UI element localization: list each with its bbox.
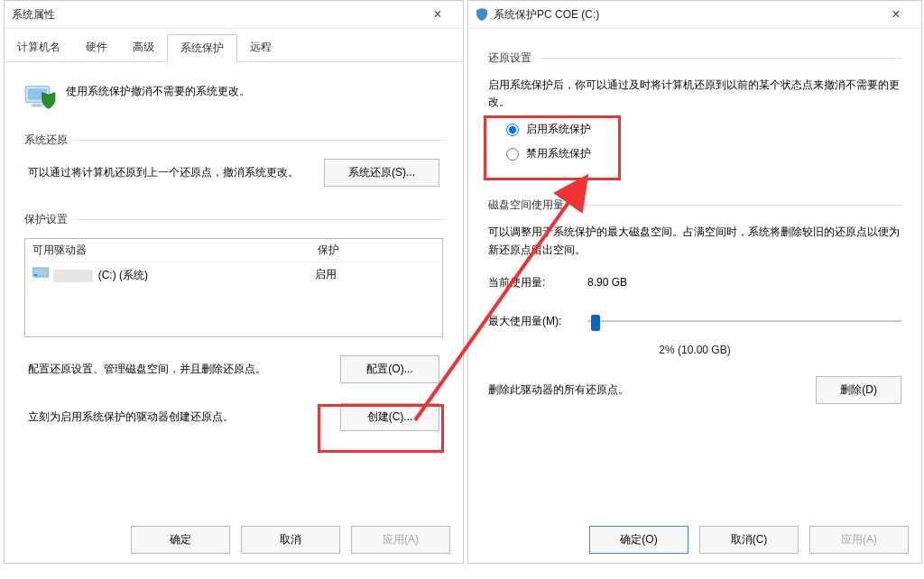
disk-desc: 可以调整用于系统保护的最大磁盘空间。占满空间时，系统将删除较旧的还原点以便为新还… <box>488 224 901 258</box>
radio-disable-input[interactable] <box>506 148 519 161</box>
titlebar: 系统保护PC COE (C:) × <box>468 1 921 29</box>
tab-remote[interactable]: 远程 <box>237 34 284 61</box>
protection-status: 启用 <box>315 267 435 282</box>
ok-button[interactable]: 确定 <box>131 526 230 554</box>
close-icon[interactable]: × <box>420 6 456 23</box>
tab-computer-name[interactable]: 计算机名 <box>5 34 73 61</box>
apply-button: 应用(A) <box>809 526 909 554</box>
col-drive-header: 可用驱动器 <box>25 239 310 262</box>
tabs: 计算机名 硬件 高级 系统保护 远程 <box>5 29 463 62</box>
max-usage-label: 最大使用量(M): <box>488 314 587 329</box>
restore-text: 可以通过将计算机还原到上一个还原点，撤消系统更改。 <box>28 164 306 181</box>
cancel-button[interactable]: 取消 <box>241 526 340 554</box>
usage-percent-text: 2% (10.00 GB) <box>488 344 901 356</box>
radio-enable-input[interactable] <box>506 124 519 136</box>
radio-enable-protection[interactable]: 启用系统保护 <box>506 122 901 137</box>
restore-desc: 启用系统保护后，你可以通过及时将计算机还原到以前的某个状态点来撤消不需要的更改。 <box>488 77 901 111</box>
drive-name-redacted <box>53 270 93 282</box>
drive-table[interactable]: 可用驱动器 保护 (C:) (系统) 启用 <box>24 238 443 337</box>
max-usage-slider[interactable] <box>587 314 901 328</box>
current-usage-value: 8.90 GB <box>587 276 901 289</box>
intro-text: 使用系统保护撤消不需要的系统更改。 <box>66 84 250 99</box>
table-row[interactable]: (C:) (系统) 启用 <box>25 262 442 287</box>
pc-shield-icon <box>24 84 57 111</box>
shield-icon <box>476 8 488 21</box>
tab-advanced[interactable]: 高级 <box>120 34 167 61</box>
col-protection-header: 保护 <box>310 239 442 262</box>
svg-rect-4 <box>34 274 37 276</box>
dialog-title: 系统保护PC COE (C:) <box>494 7 599 23</box>
ok-button[interactable]: 确定(O) <box>589 526 688 554</box>
tab-system-protection[interactable]: 系统保护 <box>167 34 237 62</box>
section-header-restore-settings: 还原设置 <box>488 51 901 66</box>
section-header-disk-usage: 磁盘空间使用量 <box>488 198 901 213</box>
create-text: 立刻为启用系统保护的驱动器创建还原点。 <box>28 409 326 426</box>
radio-disable-protection[interactable]: 禁用系统保护 <box>506 146 901 161</box>
system-protection-config-dialog: 系统保护PC COE (C:) × 还原设置 启用系统保护后，你可以通过及时将计… <box>467 0 922 564</box>
apply-button: 应用(A) <box>351 526 450 554</box>
system-restore-button[interactable]: 系统还原(S)... <box>324 159 439 187</box>
create-button[interactable]: 创建(C)... <box>340 403 439 431</box>
section-header-protect: 保护设置 <box>24 212 443 227</box>
delete-text: 删除此驱动器的所有还原点。 <box>488 382 629 398</box>
configure-button[interactable]: 配置(O)... <box>340 355 439 383</box>
svg-rect-2 <box>32 104 42 107</box>
current-usage-label: 当前使用量: <box>488 275 587 290</box>
delete-button[interactable]: 删除(D) <box>816 376 901 404</box>
section-header-restore: 系统还原 <box>24 133 443 148</box>
cancel-button[interactable]: 取消(C) <box>699 526 799 554</box>
close-icon[interactable]: × <box>878 6 914 23</box>
dialog-title: 系统属性 <box>12 7 55 23</box>
slider-thumb[interactable] <box>591 315 600 331</box>
tab-hardware[interactable]: 硬件 <box>73 34 120 61</box>
drive-suffix: (C:) (系统) <box>98 269 148 281</box>
disk-icon <box>32 266 49 279</box>
titlebar: 系统属性 × <box>5 1 463 29</box>
config-text: 配置还原设置、管理磁盘空间，并且删除还原点。 <box>28 361 326 378</box>
system-properties-dialog: 系统属性 × 计算机名 硬件 高级 系统保护 远程 使用系统保护撤消不需要的系统… <box>4 0 464 564</box>
